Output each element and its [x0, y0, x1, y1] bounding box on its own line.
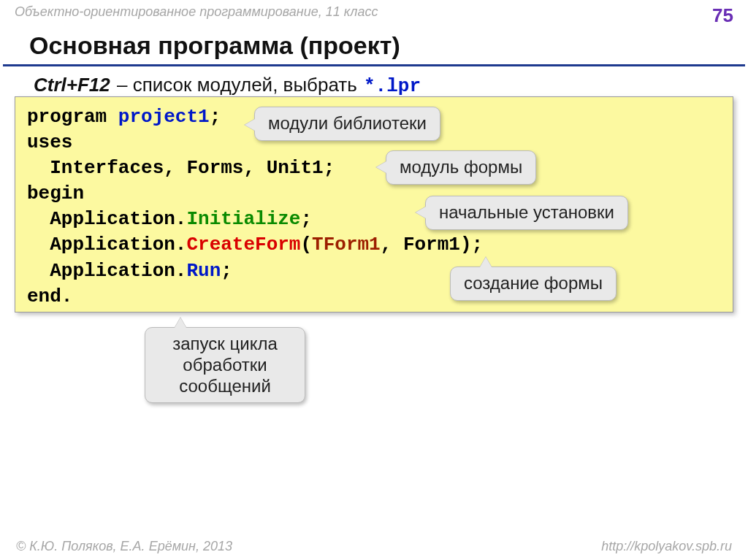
code-line: Application. [27, 260, 186, 282]
code-kw: uses [27, 131, 72, 153]
code-punct: ; [221, 260, 232, 282]
code-method: Initialize [186, 208, 300, 230]
code-line: Application. [27, 208, 186, 230]
callout-form-module: модуль формы [386, 150, 536, 185]
code-line: Interfaces, Forms, Unit1; [27, 157, 335, 179]
footer: © К.Ю. Поляков, Е.А. Ерёмин, 2013 http:/… [0, 539, 748, 554]
code-kw: program [27, 106, 118, 128]
course-label: Объектно-ориентированное программировани… [15, 4, 378, 20]
top-bar: Объектно-ориентированное программировани… [0, 0, 748, 27]
subtitle-text: – список модулей, выбрать [112, 74, 362, 96]
code-punct: ; [210, 106, 221, 128]
code-kw: begin [27, 183, 84, 204]
callout-run-loop: запуск цикла обработки сообщений [145, 327, 305, 403]
slide-title: Основная программа (проект) [3, 27, 745, 66]
code-punct: ; [300, 208, 312, 230]
code-method: CreateForm [186, 234, 300, 256]
hotkey-label: Ctrl+F12 [34, 74, 110, 96]
code-method: Run [186, 260, 221, 282]
code-line: , Form1); [381, 234, 483, 256]
code-ident: project1 [118, 106, 210, 128]
callout-initial-setup: начальные установки [425, 196, 628, 230]
code-kw: end. [27, 285, 72, 307]
footer-left: © К.Ю. Поляков, Е.А. Ерёмин, 2013 [16, 539, 232, 554]
slide: Объектно-ориентированное программировани… [0, 0, 748, 560]
code-line: Application. [27, 234, 186, 256]
code-punct: ( [300, 234, 312, 256]
code-type: TForm1 [312, 234, 381, 256]
page-number: 75 [712, 4, 733, 27]
callout-create-form: создание формы [450, 266, 617, 301]
footer-right: http://kpolyakov.spb.ru [601, 539, 732, 554]
lpr-ext: *.lpr [364, 75, 421, 97]
callout-modules-library: модули библиотеки [254, 107, 440, 141]
